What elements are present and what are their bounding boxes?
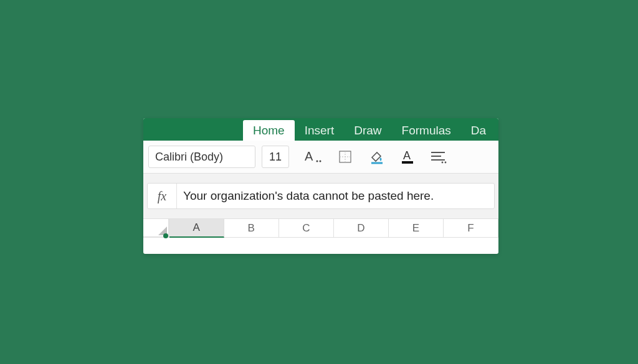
tab-draw[interactable]: Draw (344, 120, 391, 141)
svg-text:A: A (403, 149, 411, 162)
borders-button[interactable] (333, 146, 358, 168)
column-header-A[interactable]: A (169, 219, 224, 238)
formula-bar[interactable]: fx Your organization's data cannot be pa… (147, 183, 495, 209)
column-header-E[interactable]: E (389, 219, 444, 238)
column-header-B[interactable]: B (224, 219, 279, 238)
tab-insert[interactable]: Insert (295, 120, 345, 141)
fill-bucket-icon (368, 149, 384, 165)
select-all-triangle[interactable] (143, 219, 169, 238)
svg-point-12 (442, 162, 444, 164)
column-header-row: A B C D E F (143, 219, 498, 238)
svg-text:A: A (305, 149, 313, 163)
ribbon-tab-strip: Home Insert Draw Formulas Da (143, 118, 498, 141)
formula-bar-text[interactable]: Your organization's data cannot be paste… (177, 189, 494, 203)
more-formats-icon: A (305, 149, 323, 164)
format-toolbar: Calibri (Body) 11 A (143, 141, 498, 174)
svg-point-2 (320, 161, 321, 162)
excel-window: Home Insert Draw Formulas Da Calibri (Bo… (143, 118, 498, 254)
alignment-button[interactable] (426, 146, 451, 168)
active-cell-indicator (163, 233, 168, 238)
more-font-formats-button[interactable]: A (302, 146, 326, 168)
tab-data-truncated[interactable]: Da (461, 120, 496, 141)
font-color-button[interactable]: A (395, 146, 420, 168)
tab-formulas[interactable]: Formulas (392, 120, 461, 141)
svg-point-13 (445, 162, 447, 164)
svg-point-1 (317, 161, 318, 162)
borders-icon (338, 149, 353, 164)
align-lines-icon (430, 150, 447, 164)
font-name-selector[interactable]: Calibri (Body) (148, 146, 255, 168)
font-size-selector[interactable]: 11 (262, 146, 289, 168)
fill-color-button[interactable] (364, 146, 389, 168)
svg-rect-8 (402, 161, 413, 164)
column-header-C[interactable]: C (279, 219, 334, 238)
column-header-F[interactable]: F (444, 219, 498, 238)
column-header-D[interactable]: D (334, 219, 389, 238)
formula-bar-row: fx Your organization's data cannot be pa… (143, 174, 498, 219)
fx-label: fx (148, 184, 177, 208)
font-color-icon: A (399, 149, 416, 165)
tab-home[interactable]: Home (243, 120, 295, 141)
